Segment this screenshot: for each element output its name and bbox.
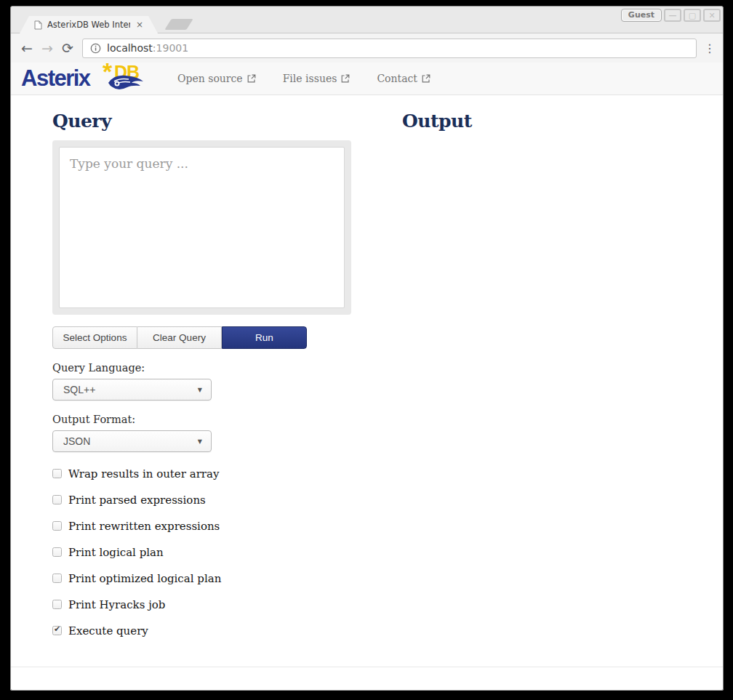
query-column: Query Select Options Clear Query Run Que…: [52, 95, 351, 651]
reload-icon[interactable]: ⟳: [57, 38, 78, 58]
option-row: Print optimized logical plan: [52, 573, 351, 584]
option-row: Execute query: [52, 625, 351, 636]
nav-link-file-issues[interactable]: File issues: [283, 73, 351, 84]
option-label: Print rewritten expressions: [68, 520, 220, 533]
checkbox[interactable]: [52, 600, 62, 609]
info-icon[interactable]: [90, 43, 101, 54]
query-options: Wrap results in outer array Print parsed…: [52, 468, 351, 636]
query-input[interactable]: [59, 147, 345, 308]
option-row: Print Hyracks job: [52, 599, 351, 610]
external-link-icon: [247, 74, 256, 83]
site-navbar: Asterix * DB Open source File issues: [11, 63, 723, 95]
url-host: localhost: [107, 42, 153, 54]
checkbox[interactable]: [52, 495, 62, 504]
option-row: Print rewritten expressions: [52, 520, 351, 531]
url-port: :19001: [153, 42, 188, 54]
page-favicon-icon: [34, 20, 42, 30]
query-heading: Query: [52, 110, 351, 132]
back-icon[interactable]: ←: [17, 38, 37, 58]
nav-link-label: File issues: [283, 73, 337, 84]
new-tab-button[interactable]: [164, 19, 193, 30]
query-actions: Select Options Clear Query Run: [52, 326, 307, 349]
nav-links: Open source File issues Contact: [177, 73, 430, 84]
checkbox[interactable]: [52, 626, 62, 635]
dropdown-arrow-icon: ▼: [198, 438, 202, 445]
url-text[interactable]: localhost:19001: [107, 42, 188, 54]
clear-query-button[interactable]: Clear Query: [137, 326, 222, 349]
external-link-icon: [341, 74, 350, 83]
query-language-value: SQL++: [63, 384, 198, 395]
nav-link-label: Open source: [177, 73, 243, 84]
query-language-label: Query Language:: [52, 362, 351, 374]
tab-title: AsterixDB Web Interface: [47, 20, 130, 30]
output-format-select[interactable]: JSON ▼: [52, 430, 212, 452]
browser-tab[interactable]: AsterixDB Web Interface ×: [20, 16, 158, 33]
output-heading: Output: [402, 110, 723, 132]
checkbox[interactable]: [52, 574, 62, 583]
option-label: Print Hyracks job: [68, 598, 165, 611]
browser-window: AsterixDB Web Interface × Guest — ▢ ✕ ← …: [10, 6, 724, 690]
option-label: Print logical plan: [68, 546, 164, 559]
external-link-icon: [422, 74, 430, 83]
option-label: Print parsed expressions: [68, 494, 206, 507]
output-format-value: JSON: [63, 435, 198, 447]
option-label: Wrap results in outer array: [68, 467, 219, 480]
page: Asterix * DB Open source File issues: [11, 63, 723, 690]
browser-toolbar: ← → ⟳ localhost:19001 ⋮: [11, 33, 723, 63]
profile-button[interactable]: Guest: [621, 9, 662, 22]
option-label: Print optimized logical plan: [68, 572, 221, 585]
nav-link-open-source[interactable]: Open source: [177, 73, 256, 84]
option-label: Execute query: [68, 624, 148, 637]
maximize-button[interactable]: ▢: [684, 9, 701, 22]
browser-menu-icon[interactable]: ⋮: [702, 41, 717, 55]
checkbox[interactable]: [52, 547, 62, 557]
output-column: Output: [402, 95, 723, 651]
query-language-select[interactable]: SQL++ ▼: [52, 379, 212, 401]
output-format-label: Output Format:: [52, 414, 351, 425]
tab-close-icon[interactable]: ×: [136, 20, 143, 30]
main-content: Query Select Options Clear Query Run Que…: [11, 95, 723, 651]
logo-bird-icon: [107, 73, 145, 92]
close-button[interactable]: ✕: [703, 9, 721, 22]
checkbox[interactable]: [52, 521, 62, 531]
asterixdb-logo[interactable]: Asterix * DB: [21, 64, 148, 93]
query-editor-container: [52, 140, 351, 315]
dropdown-arrow-icon: ▼: [198, 387, 202, 393]
option-row: Print parsed expressions: [52, 494, 351, 505]
checkbox[interactable]: [52, 469, 62, 478]
select-options-button[interactable]: Select Options: [52, 326, 137, 349]
nav-link-label: Contact: [377, 73, 417, 84]
option-row: Print logical plan: [52, 547, 351, 558]
nav-link-contact[interactable]: Contact: [377, 73, 430, 84]
minimize-button[interactable]: —: [664, 9, 681, 22]
titlebar: AsterixDB Web Interface × Guest — ▢ ✕: [11, 7, 723, 33]
forward-icon: →: [37, 38, 57, 58]
window-controls: — ▢ ✕: [664, 9, 721, 22]
option-row: Wrap results in outer array: [52, 468, 351, 479]
run-button[interactable]: Run: [222, 326, 307, 349]
logo-word: Asterix: [21, 65, 90, 91]
footer-divider: [11, 667, 723, 667]
address-bar[interactable]: localhost:19001: [82, 39, 697, 58]
